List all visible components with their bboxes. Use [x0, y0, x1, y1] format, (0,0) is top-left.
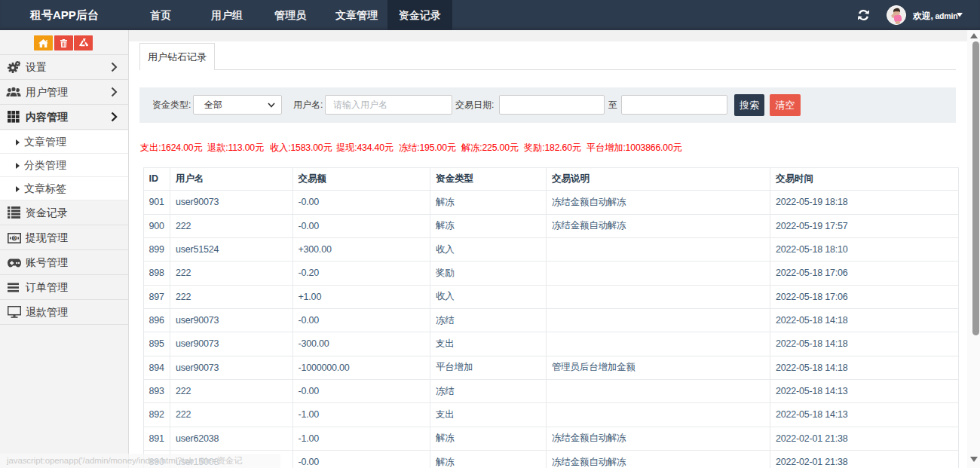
- svg-text:0: 0: [13, 235, 16, 240]
